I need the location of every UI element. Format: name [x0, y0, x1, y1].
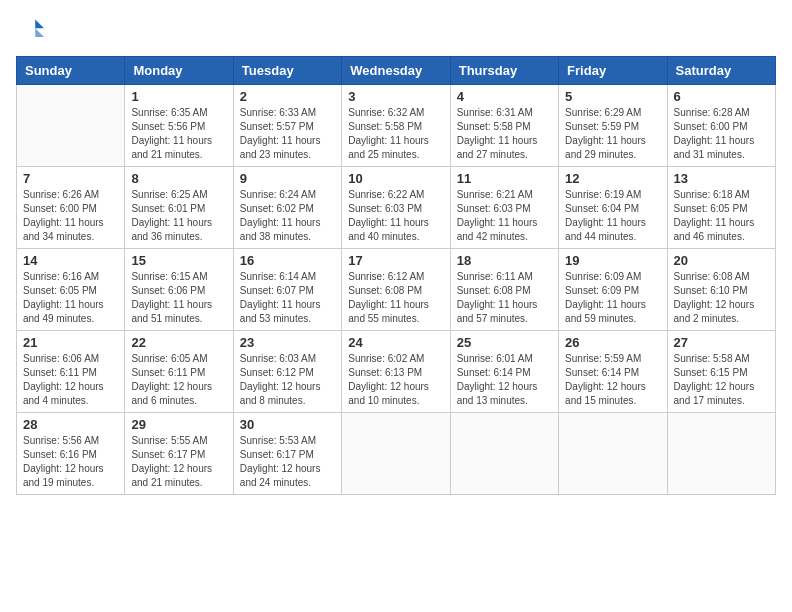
svg-marker-0	[35, 20, 44, 29]
day-number: 30	[240, 417, 335, 432]
day-header-saturday: Saturday	[667, 57, 775, 85]
calendar-cell: 17Sunrise: 6:12 AM Sunset: 6:08 PM Dayli…	[342, 249, 450, 331]
calendar-cell: 15Sunrise: 6:15 AM Sunset: 6:06 PM Dayli…	[125, 249, 233, 331]
day-info: Sunrise: 6:09 AM Sunset: 6:09 PM Dayligh…	[565, 270, 660, 326]
day-number: 6	[674, 89, 769, 104]
calendar-week-row: 28Sunrise: 5:56 AM Sunset: 6:16 PM Dayli…	[17, 413, 776, 495]
day-number: 9	[240, 171, 335, 186]
day-info: Sunrise: 6:26 AM Sunset: 6:00 PM Dayligh…	[23, 188, 118, 244]
calendar-header-row: SundayMondayTuesdayWednesdayThursdayFrid…	[17, 57, 776, 85]
day-number: 8	[131, 171, 226, 186]
calendar-cell: 5Sunrise: 6:29 AM Sunset: 5:59 PM Daylig…	[559, 85, 667, 167]
day-info: Sunrise: 6:21 AM Sunset: 6:03 PM Dayligh…	[457, 188, 552, 244]
day-header-wednesday: Wednesday	[342, 57, 450, 85]
day-number: 29	[131, 417, 226, 432]
calendar-cell: 2Sunrise: 6:33 AM Sunset: 5:57 PM Daylig…	[233, 85, 341, 167]
day-number: 3	[348, 89, 443, 104]
logo	[16, 16, 48, 44]
day-number: 23	[240, 335, 335, 350]
calendar-cell: 7Sunrise: 6:26 AM Sunset: 6:00 PM Daylig…	[17, 167, 125, 249]
day-number: 7	[23, 171, 118, 186]
calendar-cell: 29Sunrise: 5:55 AM Sunset: 6:17 PM Dayli…	[125, 413, 233, 495]
day-number: 16	[240, 253, 335, 268]
calendar-cell: 4Sunrise: 6:31 AM Sunset: 5:58 PM Daylig…	[450, 85, 558, 167]
day-info: Sunrise: 6:11 AM Sunset: 6:08 PM Dayligh…	[457, 270, 552, 326]
day-header-friday: Friday	[559, 57, 667, 85]
day-number: 28	[23, 417, 118, 432]
day-header-sunday: Sunday	[17, 57, 125, 85]
calendar-cell: 19Sunrise: 6:09 AM Sunset: 6:09 PM Dayli…	[559, 249, 667, 331]
calendar-cell: 24Sunrise: 6:02 AM Sunset: 6:13 PM Dayli…	[342, 331, 450, 413]
day-number: 14	[23, 253, 118, 268]
day-info: Sunrise: 6:08 AM Sunset: 6:10 PM Dayligh…	[674, 270, 769, 326]
calendar-cell: 20Sunrise: 6:08 AM Sunset: 6:10 PM Dayli…	[667, 249, 775, 331]
logo-icon	[16, 16, 44, 44]
calendar-cell: 9Sunrise: 6:24 AM Sunset: 6:02 PM Daylig…	[233, 167, 341, 249]
day-info: Sunrise: 6:25 AM Sunset: 6:01 PM Dayligh…	[131, 188, 226, 244]
calendar-cell	[450, 413, 558, 495]
calendar-cell: 13Sunrise: 6:18 AM Sunset: 6:05 PM Dayli…	[667, 167, 775, 249]
day-header-monday: Monday	[125, 57, 233, 85]
day-info: Sunrise: 6:35 AM Sunset: 5:56 PM Dayligh…	[131, 106, 226, 162]
day-number: 22	[131, 335, 226, 350]
day-info: Sunrise: 5:53 AM Sunset: 6:17 PM Dayligh…	[240, 434, 335, 490]
day-info: Sunrise: 5:59 AM Sunset: 6:14 PM Dayligh…	[565, 352, 660, 408]
day-header-tuesday: Tuesday	[233, 57, 341, 85]
calendar-week-row: 7Sunrise: 6:26 AM Sunset: 6:00 PM Daylig…	[17, 167, 776, 249]
day-info: Sunrise: 6:12 AM Sunset: 6:08 PM Dayligh…	[348, 270, 443, 326]
day-number: 4	[457, 89, 552, 104]
day-info: Sunrise: 6:18 AM Sunset: 6:05 PM Dayligh…	[674, 188, 769, 244]
calendar-cell	[342, 413, 450, 495]
calendar-week-row: 1Sunrise: 6:35 AM Sunset: 5:56 PM Daylig…	[17, 85, 776, 167]
day-info: Sunrise: 6:16 AM Sunset: 6:05 PM Dayligh…	[23, 270, 118, 326]
day-number: 20	[674, 253, 769, 268]
calendar-cell: 18Sunrise: 6:11 AM Sunset: 6:08 PM Dayli…	[450, 249, 558, 331]
calendar-cell: 16Sunrise: 6:14 AM Sunset: 6:07 PM Dayli…	[233, 249, 341, 331]
day-info: Sunrise: 6:03 AM Sunset: 6:12 PM Dayligh…	[240, 352, 335, 408]
day-info: Sunrise: 5:58 AM Sunset: 6:15 PM Dayligh…	[674, 352, 769, 408]
day-info: Sunrise: 6:22 AM Sunset: 6:03 PM Dayligh…	[348, 188, 443, 244]
calendar-cell	[17, 85, 125, 167]
day-info: Sunrise: 6:02 AM Sunset: 6:13 PM Dayligh…	[348, 352, 443, 408]
calendar-week-row: 14Sunrise: 6:16 AM Sunset: 6:05 PM Dayli…	[17, 249, 776, 331]
day-number: 5	[565, 89, 660, 104]
day-info: Sunrise: 6:14 AM Sunset: 6:07 PM Dayligh…	[240, 270, 335, 326]
day-number: 25	[457, 335, 552, 350]
day-number: 18	[457, 253, 552, 268]
svg-marker-1	[35, 28, 44, 37]
day-info: Sunrise: 6:15 AM Sunset: 6:06 PM Dayligh…	[131, 270, 226, 326]
day-info: Sunrise: 5:56 AM Sunset: 6:16 PM Dayligh…	[23, 434, 118, 490]
calendar-cell	[559, 413, 667, 495]
calendar-cell: 14Sunrise: 6:16 AM Sunset: 6:05 PM Dayli…	[17, 249, 125, 331]
calendar-cell: 3Sunrise: 6:32 AM Sunset: 5:58 PM Daylig…	[342, 85, 450, 167]
day-info: Sunrise: 6:24 AM Sunset: 6:02 PM Dayligh…	[240, 188, 335, 244]
day-number: 11	[457, 171, 552, 186]
day-number: 10	[348, 171, 443, 186]
calendar-cell: 26Sunrise: 5:59 AM Sunset: 6:14 PM Dayli…	[559, 331, 667, 413]
day-number: 21	[23, 335, 118, 350]
day-number: 17	[348, 253, 443, 268]
calendar-cell	[667, 413, 775, 495]
day-info: Sunrise: 6:29 AM Sunset: 5:59 PM Dayligh…	[565, 106, 660, 162]
day-info: Sunrise: 6:32 AM Sunset: 5:58 PM Dayligh…	[348, 106, 443, 162]
day-header-thursday: Thursday	[450, 57, 558, 85]
day-number: 1	[131, 89, 226, 104]
day-info: Sunrise: 6:01 AM Sunset: 6:14 PM Dayligh…	[457, 352, 552, 408]
day-info: Sunrise: 6:31 AM Sunset: 5:58 PM Dayligh…	[457, 106, 552, 162]
day-info: Sunrise: 6:28 AM Sunset: 6:00 PM Dayligh…	[674, 106, 769, 162]
day-info: Sunrise: 5:55 AM Sunset: 6:17 PM Dayligh…	[131, 434, 226, 490]
calendar-cell: 1Sunrise: 6:35 AM Sunset: 5:56 PM Daylig…	[125, 85, 233, 167]
calendar-cell: 12Sunrise: 6:19 AM Sunset: 6:04 PM Dayli…	[559, 167, 667, 249]
calendar-table: SundayMondayTuesdayWednesdayThursdayFrid…	[16, 56, 776, 495]
day-info: Sunrise: 6:33 AM Sunset: 5:57 PM Dayligh…	[240, 106, 335, 162]
day-info: Sunrise: 6:06 AM Sunset: 6:11 PM Dayligh…	[23, 352, 118, 408]
day-number: 15	[131, 253, 226, 268]
day-number: 27	[674, 335, 769, 350]
calendar-week-row: 21Sunrise: 6:06 AM Sunset: 6:11 PM Dayli…	[17, 331, 776, 413]
day-number: 13	[674, 171, 769, 186]
day-number: 2	[240, 89, 335, 104]
day-number: 26	[565, 335, 660, 350]
calendar-cell: 30Sunrise: 5:53 AM Sunset: 6:17 PM Dayli…	[233, 413, 341, 495]
day-info: Sunrise: 6:05 AM Sunset: 6:11 PM Dayligh…	[131, 352, 226, 408]
calendar-cell: 23Sunrise: 6:03 AM Sunset: 6:12 PM Dayli…	[233, 331, 341, 413]
